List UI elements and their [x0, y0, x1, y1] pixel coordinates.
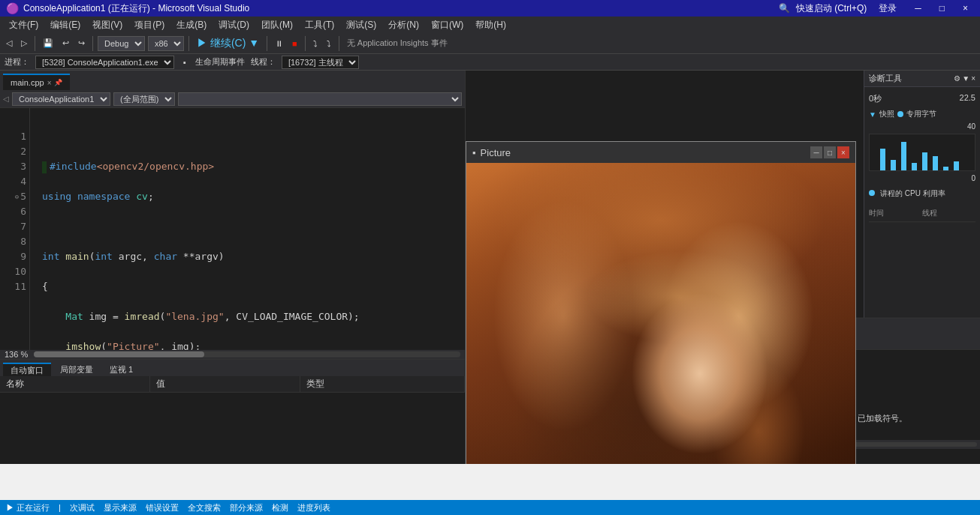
diag-cpu-row: 讲程的 CPU 利用率 — [869, 188, 975, 199]
diag-option2-label[interactable]: 专用字节 — [906, 109, 936, 119]
diag-cpu-label: 讲程的 CPU 利用率 — [880, 189, 945, 197]
app-insights-label: 无 Application Insights 事件 — [344, 36, 451, 50]
scope-select[interactable]: (全局范围) — [113, 92, 175, 106]
toolbar-sep4 — [267, 36, 267, 51]
config-select[interactable]: Debug — [98, 36, 145, 51]
cpu-dot — [869, 190, 875, 196]
minimize-button[interactable]: ─ — [909, 2, 927, 15]
status-debug: ▶ 正在运行 — [6, 502, 50, 513]
stop-btn[interactable]: ■ — [289, 38, 300, 50]
file-selector-bar: ◁ ConsoleApplication1 (全局范围) — [0, 90, 465, 108]
pause-btn[interactable]: ⏸ — [272, 38, 286, 50]
menu-file[interactable]: 文件(F) — [3, 17, 44, 33]
diag-close-icon[interactable]: × — [971, 74, 975, 83]
auto-table-body — [0, 393, 465, 464]
process-select[interactable]: [5328] ConsoleApplication1.exe — [35, 56, 174, 69]
status-sep1: | — [59, 503, 61, 512]
menu-tools[interactable]: 工具(T) — [299, 17, 340, 33]
menu-project[interactable]: 项目(P) — [128, 17, 170, 33]
tab-pin-icon[interactable]: 📌 — [54, 79, 62, 86]
auto-table-header: 名称 值 类型 — [0, 376, 465, 393]
step-into-btn[interactable]: ⤵ — [324, 38, 334, 50]
diag-option1-label[interactable]: 快照 — [879, 109, 894, 119]
main-cpp-tab[interactable]: main.cpp × 📌 — [3, 74, 70, 90]
vs-logo-icon: 🟣 — [6, 2, 19, 14]
menu-team[interactable]: 团队(M) — [255, 17, 299, 33]
locals-tab-label: 局部变量 — [60, 364, 93, 375]
platform-select[interactable]: x86 — [148, 36, 184, 51]
toolbar-sep6 — [339, 36, 339, 51]
menu-view[interactable]: 视图(V) — [86, 17, 128, 33]
login-button[interactable]: 登录 — [873, 1, 903, 17]
diag-col-thread: 线程 — [922, 208, 975, 218]
quick-launch-icon: 🔍 — [779, 3, 790, 14]
picture-window-icon: ▪ — [472, 147, 476, 158]
picture-close-btn[interactable]: × — [837, 146, 849, 158]
status-item-5[interactable]: 部分来源 — [230, 502, 263, 513]
auto-window-panel: 自动窗口 局部变量 监视 1 名称 值 类型 — [0, 359, 465, 464]
diag-dot-blue — [897, 111, 903, 117]
status-item-2[interactable]: 显示来源 — [104, 502, 137, 513]
project-select[interactable]: ConsoleApplication1 — [12, 92, 110, 106]
thread-select[interactable]: [16732] 主线程 — [282, 56, 359, 69]
watch1-tab-label: 监视 1 — [110, 364, 133, 375]
toolbar: ◁ ▷ 💾 ↩ ↪ Debug x86 ▶ 继续(C) ▼ ⏸ ■ ⤵ ⤵ 无 … — [0, 33, 980, 54]
menu-help[interactable]: 帮助(H) — [469, 17, 512, 33]
picture-window-controls: ─ □ × — [810, 146, 849, 158]
picture-minimize-btn[interactable]: ─ — [810, 146, 822, 158]
maximize-button[interactable]: □ — [933, 2, 951, 15]
status-item-7[interactable]: 进度列表 — [297, 502, 330, 513]
toolbar-sep5 — [305, 36, 306, 51]
watch1-tab[interactable]: 监视 1 — [102, 363, 140, 376]
picture-image-area — [466, 163, 855, 464]
diag-dropdown-icon[interactable]: ▼ — [869, 110, 876, 119]
status-item-1[interactable]: 次调试 — [70, 502, 95, 513]
file-icon: ◁ — [3, 95, 9, 103]
auto-tab-label: 自动窗口 — [11, 365, 44, 376]
diag-time-row: 0秒 22.5 — [869, 92, 975, 106]
code-h-scrollbar[interactable]: 136 % — [0, 350, 465, 359]
diag-settings-icon[interactable]: ⚙ — [954, 74, 960, 83]
picture-titlebar[interactable]: ▪ Picture ─ □ × — [466, 142, 855, 163]
title-bar: 🟣 ConsoleApplication1 (正在运行) - Microsoft… — [0, 0, 980, 17]
menu-build[interactable]: 生成(B) — [170, 17, 213, 33]
line-numbers: 1 2 3 4 ⊖5 6 7 8 9 10 11 — [0, 108, 30, 350]
step-over-btn[interactable]: ⤵ — [310, 38, 321, 50]
status-item-3[interactable]: 错误设置 — [146, 502, 179, 513]
close-button[interactable]: × — [957, 2, 974, 15]
menu-edit[interactable]: 编辑(E) — [44, 17, 86, 33]
status-item-4[interactable]: 全文搜索 — [188, 502, 221, 513]
auto-col-type: 类型 — [300, 376, 465, 392]
status-item-6[interactable]: 检测 — [272, 502, 288, 513]
picture-window: ▪ Picture ─ □ × — [466, 141, 856, 464]
auto-window-tab[interactable]: 自动窗口 — [3, 363, 51, 376]
tab-close-icon[interactable]: × — [47, 79, 52, 87]
menu-window[interactable]: 窗口(W) — [425, 17, 469, 33]
locals-tab[interactable]: 局部变量 — [53, 363, 101, 376]
toolbar-forward-btn[interactable]: ▷ — [18, 37, 30, 50]
code-editor[interactable]: #include<opencv2/opencv.hpp> using names… — [30, 108, 465, 350]
toolbar-undo-btn[interactable]: ↩ — [59, 37, 72, 50]
diag-options-row: ▼ 快照 专用字节 — [869, 106, 975, 122]
collapse-marker[interactable]: ⊖ — [15, 189, 19, 204]
tab-label: main.cpp — [11, 78, 44, 87]
menu-debug[interactable]: 调试(D) — [213, 17, 255, 33]
zoom-level[interactable]: 136 % — [2, 350, 31, 359]
diag-col-time: 时间 — [869, 208, 922, 218]
toolbar-back-btn[interactable]: ◁ — [3, 37, 15, 50]
picture-maximize-btn[interactable]: □ — [824, 146, 836, 158]
auto-col-name: 名称 — [0, 376, 150, 392]
diagnostics-header: 诊断工具 ⚙ ▼ × — [864, 71, 980, 87]
diagnostics-content: 0秒 22.5 ▼ 快照 专用字节 40 — [864, 87, 980, 348]
diag-chart — [869, 134, 975, 171]
toolbar-sep3 — [188, 36, 189, 51]
thread-label: 线程： — [251, 56, 276, 68]
continue-button[interactable]: ▶ 继续(C) ▼ — [194, 35, 262, 52]
lifecycle-text[interactable]: 生命周期事件 — [195, 56, 245, 68]
toolbar-save-btn[interactable]: 💾 — [40, 37, 56, 50]
toolbar-redo-btn[interactable]: ↪ — [75, 37, 88, 50]
function-select[interactable] — [178, 92, 462, 106]
menu-analyze[interactable]: 分析(N) — [382, 17, 425, 33]
diag-collapse-icon[interactable]: ▼ — [962, 74, 969, 83]
menu-test[interactable]: 测试(S) — [340, 17, 382, 33]
